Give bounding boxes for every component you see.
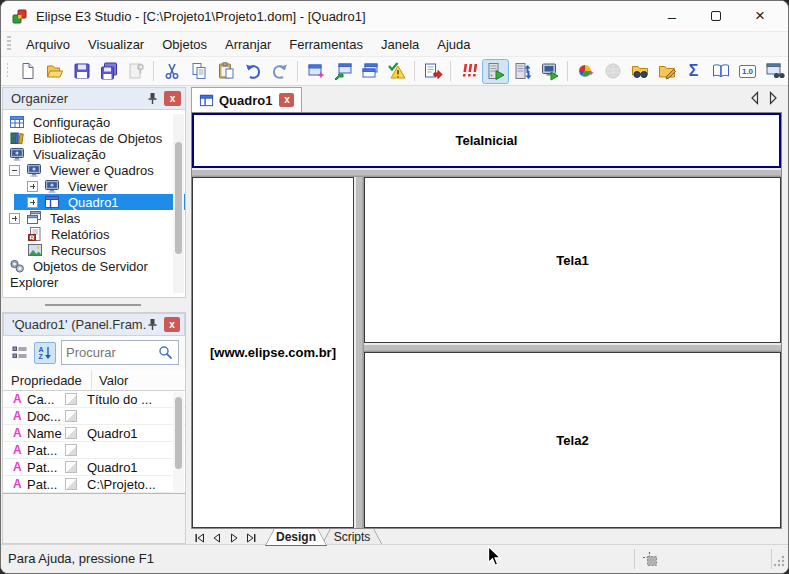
import-screen-button[interactable] [329,59,356,84]
frame-split-tela1[interactable]: Tela1 [364,177,781,343]
save-all-button[interactable] [95,59,122,84]
expand-expander-icon[interactable] [27,181,38,192]
stop-application-button[interactable] [455,59,482,84]
properties-close-button[interactable]: x [164,317,180,332]
column-valor[interactable]: Valor [99,373,128,388]
run-application-button[interactable] [482,59,509,84]
horizontal-splitter[interactable] [364,343,781,352]
menu-ajuda[interactable]: Ajuda [428,34,479,55]
vertical-splitter[interactable] [354,177,364,528]
horizontal-splitter[interactable] [192,168,781,177]
app-window: Elipse E3 Studio - [C:\Projeto1\Projeto1… [0,0,789,574]
next-icon [228,532,240,544]
menu-objetos[interactable]: Objetos [153,34,216,55]
chevron-left-icon [750,91,759,105]
organizer-scrollbar[interactable] [173,114,184,293]
organizer-pin-button[interactable] [145,91,159,106]
run-viewer-button[interactable] [536,59,563,84]
tab-scroll-right-button[interactable] [769,91,778,109]
export-button[interactable] [419,59,446,84]
frame-split-left[interactable]: [www.elipse.com.br] [192,177,354,528]
close-button[interactable]: × [738,1,782,31]
column-propriedade[interactable]: Propriedade [11,373,82,388]
monitor-icon [44,178,60,194]
window-title: Elipse E3 Studio - [C:\Projeto1\Projeto1… [36,9,366,24]
copy-screen-button[interactable] [356,59,383,84]
tree-item-visualizacao[interactable]: Visualização [3,146,185,162]
property-row-path2[interactable]: APat...Quadro1 [3,459,185,476]
property-row-path3[interactable]: APat...C:\Projeto... [3,476,185,493]
property-row-path1[interactable]: APat... [3,442,185,459]
organizer-close-button[interactable]: x [164,91,181,106]
collapse-expander-icon[interactable] [9,165,20,176]
domain-button[interactable] [599,59,626,84]
menu-janela[interactable]: Janela [372,34,428,55]
organizer-folder-button[interactable] [653,59,680,84]
frame-split-telainicial[interactable]: TelaInicial [192,113,781,168]
cut-button[interactable] [158,59,185,84]
watch-button[interactable] [626,59,653,84]
scrollbar-thumb[interactable] [175,142,182,254]
properties-grid-header: Propriedade Valor [3,370,185,391]
expand-expander-icon[interactable] [27,197,38,208]
menu-visualizar[interactable]: Visualizar [79,34,153,55]
dock-splitter[interactable] [1,298,187,312]
resize-grip[interactable] [772,554,785,570]
tab-quadro1[interactable]: Quadro1 x [191,87,302,112]
script-box-icon [65,461,77,473]
open-button[interactable] [41,59,68,84]
insert-object-icon [306,61,326,81]
organizer-tree: Configuração Bibliotecas de Objetos Visu… [2,110,186,298]
minimize-icon: – [668,8,676,25]
previous-icon [211,532,223,544]
tree-item-telas[interactable]: Telas [3,210,185,226]
insert-object-button[interactable] [302,59,329,84]
menu-ferramentas[interactable]: Ferramentas [280,34,372,55]
tree-item-viewer-e-quadros[interactable]: Viewer e Quadros [3,162,185,178]
expand-expander-icon[interactable] [9,213,20,224]
tree-item-configuracao[interactable]: Configuração [3,114,185,130]
properties-pin-button[interactable] [146,317,159,332]
menu-arranjar[interactable]: Arranjar [216,34,280,55]
scrollbar-thumb[interactable] [175,397,182,469]
categorized-view-button[interactable] [9,342,31,364]
library-button[interactable] [707,59,734,84]
minimize-button[interactable]: – [650,1,694,31]
property-row-caption[interactable]: ACa...Título do ... [3,391,185,408]
new-file-button[interactable] [14,59,41,84]
menu-arquivo[interactable]: Arquivo [17,34,79,55]
tree-item-objetos-de-servidor[interactable]: Objetos de Servidor [3,258,185,274]
tree-item-relatorios[interactable]: Relatórios [3,226,185,242]
verify-domain-button[interactable] [383,59,410,84]
save-button[interactable] [68,59,95,84]
tree-item-bibliotecas[interactable]: Bibliotecas de Objetos [3,130,185,146]
tree-item-quadro1[interactable]: Quadro1 [3,194,185,210]
undo-button[interactable] [239,59,266,84]
tree-item-recursos[interactable]: Recursos [3,242,185,258]
search-input[interactable] [66,345,158,360]
property-row-name[interactable]: ANameQuadro1 [3,425,185,442]
tab-scroll-left-button[interactable] [750,91,759,109]
maximize-button[interactable] [694,1,738,31]
menu-grip[interactable] [7,36,11,52]
organizer-header: Organizer x [2,87,186,110]
paste-button[interactable] [212,59,239,84]
copy-button[interactable] [185,59,212,84]
tree-item-explorer[interactable]: Explorer [3,274,185,290]
sort-alphabetical-button[interactable]: AZ [34,342,56,364]
gallery-button[interactable] [572,59,599,84]
app-logo-icon [11,8,28,25]
find-button[interactable] [761,59,788,84]
properties-scrollbar[interactable] [173,392,184,493]
toolbar-grip[interactable] [7,63,8,79]
tab-design[interactable]: Design [265,529,327,546]
property-row-doc[interactable]: ADoc... [3,408,185,425]
frame-split-tela2[interactable]: Tela2 [364,352,781,528]
sum-button[interactable]: Σ [680,59,707,84]
tree-item-viewer[interactable]: Viewer [3,178,185,194]
swap-server-button[interactable] [509,59,536,84]
tab-close-button[interactable]: x [279,93,294,107]
redo-button[interactable] [266,59,293,84]
version-control-button[interactable]: 1.0 [734,59,761,84]
register-server-button[interactable] [122,59,149,84]
